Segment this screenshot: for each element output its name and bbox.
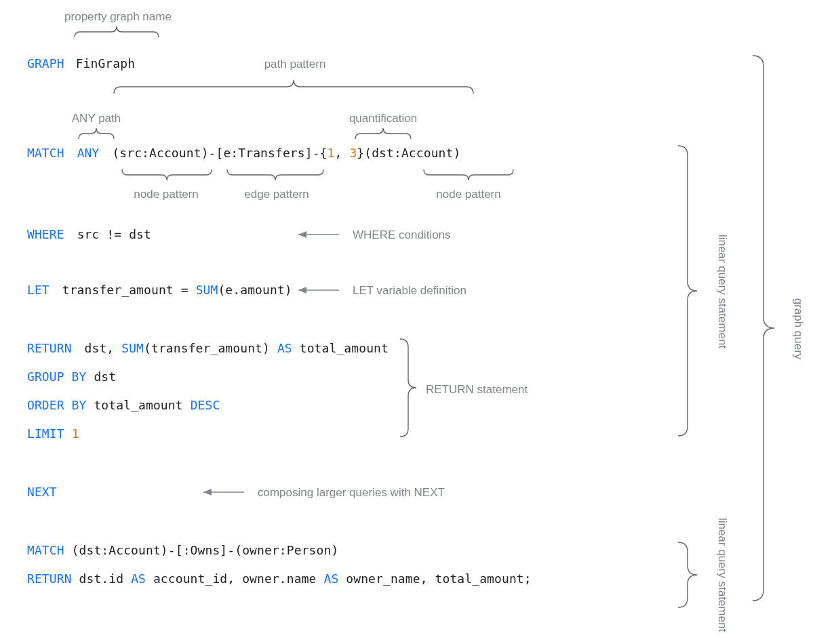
graph-name: FinGraph: [76, 56, 136, 71]
edge-node: e:Transfers: [223, 146, 304, 160]
kw-match2: MATCH: [27, 543, 64, 557]
svg-text:GROUP BY dst: GROUP BY dst: [27, 369, 116, 384]
return-a: dst,: [85, 341, 122, 355]
brace-quantification: [355, 128, 411, 139]
brace-property-graph-name: [75, 26, 159, 37]
brace-return-stmt: [400, 339, 416, 437]
limit-sp: [64, 426, 72, 441]
label-edge-pattern: edge pattern: [244, 188, 309, 201]
label-quantification: quantification: [349, 112, 417, 125]
label-any-path: ANY path: [72, 112, 121, 125]
label-path-pattern: path pattern: [264, 58, 326, 71]
kw-graph: GRAPH: [27, 56, 64, 71]
kw-groupby: GROUP BY: [27, 369, 87, 384]
svg-marker-4: [298, 231, 306, 238]
match-close4: ): [454, 146, 461, 160]
brace-linear1: [678, 146, 697, 436]
kw-as2: AS: [131, 571, 146, 586]
quant-comma: ,: [335, 146, 350, 160]
label-return-stmt: RETURN statement: [426, 383, 528, 396]
arrow-next: [203, 489, 244, 496]
arrow-where: [298, 231, 339, 238]
brace-linear2: [678, 542, 697, 607]
return2-c: owner_name, total_amount;: [338, 571, 531, 586]
label-where-conditions: WHERE conditions: [353, 228, 451, 241]
limit-num: 1: [72, 426, 79, 441]
code-line-return: RETURN dst, SUM(transfer_amount) AS tota…: [27, 341, 389, 355]
return2-a: dst.id: [72, 571, 132, 586]
code-line-limit: LIMIT 1: [27, 426, 79, 441]
kw-sum2: SUM: [121, 341, 144, 355]
svg-text:LET
      transfer_amount = SU: LET transfer_amount = SUM(e.amount): [27, 283, 292, 297]
dst-node: dst:Account: [372, 146, 453, 160]
kw-let: LET: [27, 283, 49, 297]
kw-return1: RETURN: [27, 341, 72, 355]
match2-rest: (dst:Account)-[:Owns]-(owner:Person): [64, 543, 339, 557]
kw-as1: AS: [277, 341, 292, 355]
svg-text:MATCH
      ANY
      (src:Acc: MATCH ANY (src:Account)-[e:Transfers]-{1…: [27, 146, 460, 160]
return2-b: account_id, owner.name: [146, 571, 324, 586]
kw-as3: AS: [324, 571, 339, 586]
code-line-where: WHERE src != dst: [27, 227, 151, 241]
label-property-graph-name: property graph name: [64, 10, 172, 23]
code-line-groupby: GROUP BY dst: [27, 369, 116, 384]
arrow-let: [298, 287, 339, 294]
kw-return2: RETURN: [27, 571, 72, 586]
brace-node2: [424, 169, 513, 180]
kw-where: WHERE: [27, 227, 64, 241]
where-rest: src != dst: [77, 227, 151, 241]
code-line-next: NEXT: [27, 485, 57, 499]
svg-marker-7: [298, 287, 306, 294]
label-linear-query-2: linear query statement: [716, 518, 729, 632]
code-line-return2: RETURN dst.id AS account_id, owner.name …: [27, 571, 532, 586]
quant-1: 1: [327, 146, 335, 160]
match-close1: )-[: [201, 146, 224, 160]
kw-limit: LIMIT: [27, 426, 64, 441]
svg-marker-14: [203, 489, 212, 496]
return-c: total_amount: [292, 341, 389, 355]
label-composing-next: composing larger queries with NEXT: [258, 486, 445, 499]
let-paren: (e.amount): [218, 283, 292, 297]
brace-path-pattern: [114, 80, 473, 94]
label-linear-query-1: linear query statement: [716, 235, 729, 348]
label-let-def: LET variable definition: [353, 284, 466, 297]
code-line-let: LET transfer_amount = SUM(e.amount): [27, 283, 292, 297]
kw-any: ANY: [77, 146, 100, 160]
brace-any-path: [79, 128, 114, 139]
src-node: src:Account: [119, 146, 201, 160]
groupby-rest: dst: [87, 369, 117, 384]
code-line-match-any: MATCH ANY (src:Account)-[e:Transfers]-{1…: [27, 146, 460, 160]
brace-node1: [122, 169, 212, 180]
code-line-match2: MATCH (dst:Account)-[:Owns]-(owner:Perso…: [27, 543, 338, 557]
match-close2: ]-{: [305, 146, 327, 160]
match-open1: (: [112, 146, 119, 160]
orderby-rest: total_amount: [87, 398, 191, 412]
svg-text:RETURN dst.id AS account_id, o: RETURN dst.id AS account_id, owner.name …: [27, 571, 532, 586]
kw-match: MATCH: [27, 146, 64, 160]
svg-text:GRAPH
      FinGraph: GRAPH FinGraph: [27, 56, 135, 71]
kw-sum1: SUM: [196, 283, 218, 297]
kw-orderby: ORDER BY: [27, 398, 87, 412]
brace-edge: [227, 169, 323, 180]
label-node-pattern-1: node pattern: [134, 188, 198, 201]
code-line-orderby: ORDER BY total_amount DESC: [27, 398, 220, 412]
label-graph-query: graph query: [792, 298, 805, 360]
brace-graph-query: [753, 56, 774, 601]
code-line-graph: GRAPH FinGraph: [27, 56, 135, 71]
svg-text:ORDER BY total_amount DESC: ORDER BY total_amount DESC: [27, 398, 220, 412]
svg-text:WHERE
      src != dst: WHERE src != dst: [27, 227, 151, 241]
match-close3: }(: [357, 146, 372, 160]
quant-3: 3: [349, 146, 357, 160]
label-node-pattern-2: node pattern: [436, 188, 500, 201]
svg-text:MATCH (dst:Account)-[:Owns]-(o: MATCH (dst:Account)-[:Owns]-(owner:Perso…: [27, 543, 338, 557]
svg-text:NEXT: NEXT: [27, 485, 57, 499]
let-var: transfer_amount =: [62, 283, 196, 297]
return-b: (transfer_amount): [144, 341, 277, 355]
kw-desc: DESC: [191, 398, 220, 412]
svg-text:RETURN
      dst, SUM(transfer: RETURN dst, SUM(transfer_amount) AS tota…: [27, 341, 389, 355]
svg-text:LIMIT 1: LIMIT 1: [27, 426, 79, 441]
kw-next: NEXT: [27, 485, 57, 499]
